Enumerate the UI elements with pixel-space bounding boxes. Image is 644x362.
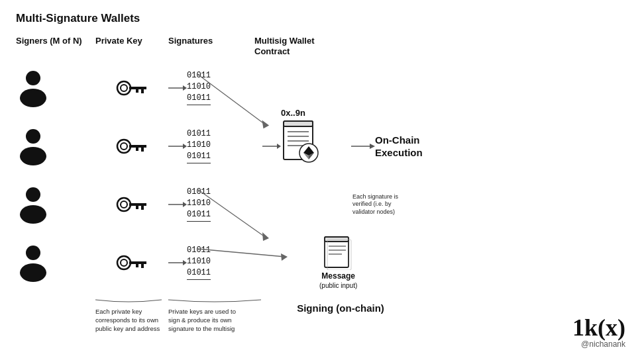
arrow-3: [168, 200, 187, 209]
svg-rect-46: [141, 264, 144, 268]
svg-rect-5: [141, 89, 144, 93]
person-icon-1: [16, 69, 95, 107]
key-icon-3: [95, 195, 168, 214]
diagram-rows: 01011 11010 01011: [16, 59, 628, 292]
svg-point-3: [121, 85, 127, 91]
svg-point-10: [20, 147, 46, 165]
signing-area: Signing (on-chain): [274, 294, 407, 314]
svg-point-43: [117, 256, 131, 269]
svg-rect-37: [141, 206, 144, 210]
svg-rect-6: [136, 89, 138, 93]
svg-point-0: [26, 71, 40, 85]
svg-rect-21: [284, 121, 313, 126]
caption-private-key: Each private key corresponds to its own …: [95, 294, 168, 333]
svg-point-2: [117, 81, 131, 95]
svg-rect-47: [136, 264, 138, 267]
arrow-2: [168, 142, 187, 151]
signer-row-4: 01011 11010 01011 Message(public input): [16, 234, 628, 292]
header-signatures: Signatures: [168, 36, 254, 56]
svg-rect-4: [129, 87, 146, 89]
arrow-to-contract-2: [262, 142, 281, 151]
contract-address: 0x..9n: [281, 108, 305, 118]
svg-rect-36: [129, 203, 146, 206]
page-title: Multi-Signature Wallets: [16, 12, 628, 25]
signer-row-2: 01011 11010 01011 0x..9n: [16, 117, 628, 175]
svg-rect-38: [136, 206, 138, 209]
svg-point-41: [26, 246, 40, 260]
signer-row-3: 01011 11010 01011 Each signature isverif…: [16, 175, 628, 234]
arrow-1: [168, 83, 187, 93]
svg-rect-45: [129, 261, 146, 264]
svg-point-34: [117, 198, 131, 211]
message-document: Message(public input): [266, 236, 357, 290]
svg-rect-15: [136, 148, 138, 151]
signature-1: 01011 11010 01011: [187, 70, 260, 105]
svg-point-32: [26, 187, 40, 202]
person-icon-3: [16, 185, 95, 224]
svg-point-11: [117, 140, 131, 153]
header-private-key: Private Key: [95, 36, 168, 56]
svg-point-42: [20, 263, 46, 282]
captions-area: Each private key corresponds to its own …: [16, 294, 628, 333]
svg-point-33: [20, 205, 46, 224]
arrow-4: [168, 258, 187, 267]
column-headers: Signers (M of N) Private Key Signatures …: [16, 36, 628, 56]
person-icon-2: [16, 127, 95, 165]
signature-4: 01011 11010 01011: [187, 245, 260, 280]
key-icon-1: [95, 78, 168, 98]
main-container: Multi-Signature Wallets Signers (M of N)…: [0, 0, 644, 362]
header-signers: Signers (M of N): [16, 36, 95, 56]
svg-point-1: [20, 89, 46, 107]
svg-rect-13: [129, 145, 146, 148]
arrow-to-execution: [351, 142, 375, 151]
svg-marker-31: [370, 144, 375, 149]
svg-rect-14: [141, 148, 144, 152]
bottom-row: Each private key corresponds to its own …: [16, 294, 628, 333]
brand-logo: 1k(x) @nichanank: [572, 316, 625, 349]
contract-document: 0x..9n: [281, 120, 341, 173]
execution-label: On-ChainExecution: [375, 134, 423, 159]
svg-point-44: [121, 259, 127, 266]
header-contract: Multisig WalletContract: [254, 36, 374, 56]
message-label: Message(public input): [319, 271, 357, 290]
svg-point-35: [121, 201, 127, 208]
caption-signatures: Private keys are used to sign & produce …: [168, 294, 274, 333]
signer-row-1: 01011 11010 01011: [16, 59, 628, 117]
svg-point-12: [121, 143, 127, 150]
verification-note: Each signature isverified (i.e. byvalida…: [352, 193, 398, 216]
key-icon-2: [95, 136, 168, 156]
person-icon-4: [16, 244, 95, 282]
key-icon-4: [95, 253, 168, 273]
signature-3: 01011 11010 01011: [187, 187, 260, 222]
signature-2: 01011 11010 01011: [187, 128, 260, 163]
svg-point-9: [26, 129, 40, 144]
